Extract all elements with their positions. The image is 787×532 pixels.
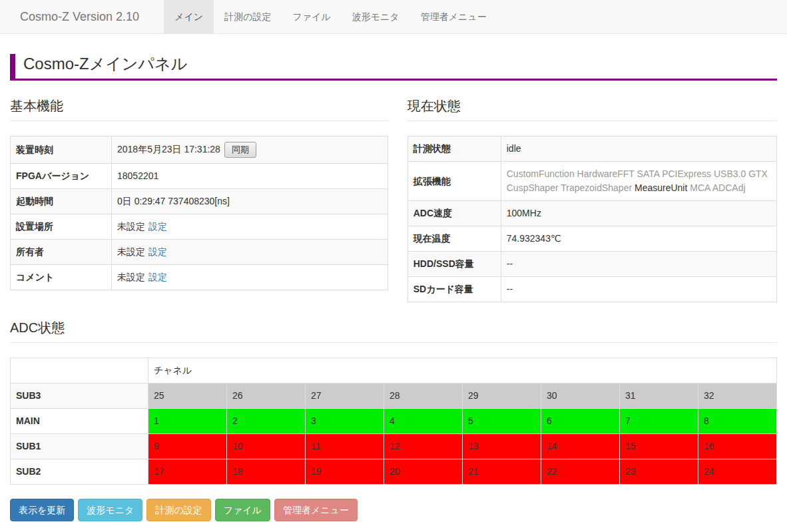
location-row: 設置場所未設定設定 xyxy=(11,214,388,240)
tab-main[interactable]: メイン xyxy=(164,0,214,33)
adc-channel-cell: 24 xyxy=(698,459,777,485)
feature-customfunction: CustomFunction xyxy=(507,168,575,179)
measurement-state-value: idle xyxy=(501,136,776,162)
adc-channel-cell: 22 xyxy=(541,459,620,485)
adc-channel-cell: 3 xyxy=(306,409,384,434)
device-time-label: 装置時刻 xyxy=(11,136,112,164)
adc-channel-cell: 28 xyxy=(384,384,463,409)
uptime-label: 起動時間 xyxy=(11,189,112,214)
adc-speed-row: ADC速度100MHz xyxy=(407,201,776,226)
measurement-state-row: 計測状態idle xyxy=(407,136,776,162)
comment-text: 未設定 xyxy=(117,272,145,282)
measurement-state-label: 計測状態 xyxy=(407,136,501,162)
adc-channel-cell: 16 xyxy=(698,434,777,459)
comment-set-link[interactable]: 設定 xyxy=(148,272,167,282)
uptime-value: 0日 0:29:47 737408230[ns] xyxy=(112,189,388,214)
sd-card-capacity-row: SDカード容量-- xyxy=(407,277,776,302)
hdd-ssd-capacity-row: HDD/SSD容量-- xyxy=(407,252,776,277)
owner-set-link[interactable]: 設定 xyxy=(148,246,167,257)
feature-cuspshaper: CuspShaper xyxy=(507,182,559,193)
owner-label: 所有者 xyxy=(11,240,112,265)
basic-functions-table: 装置時刻2018年5月23日 17:31:28同期FPGAバージョン180522… xyxy=(10,136,388,290)
owner-text: 未設定 xyxy=(117,246,145,257)
nav-tabs: メイン計測の設定ファイル波形モニタ管理者メニュー xyxy=(164,0,497,33)
uptime-text: 0日 0:29:47 737408230[ns] xyxy=(117,196,230,206)
adc-row-main: MAIN12345678 xyxy=(11,409,777,434)
adc-channel-cell: 13 xyxy=(463,434,541,459)
adc-row-sub2: SUB21718192021222324 xyxy=(11,459,777,485)
adc-channel-cell: 26 xyxy=(227,384,306,409)
adc-channel-cell: 12 xyxy=(384,434,463,459)
adc-corner-cell xyxy=(11,358,148,384)
adc-row-label-main: MAIN xyxy=(11,409,148,434)
extended-features-label: 拡張機能 xyxy=(407,162,501,201)
hdd-ssd-capacity-text: -- xyxy=(507,258,513,269)
adc-row-label-sub3: SUB3 xyxy=(11,384,148,409)
hdd-ssd-capacity-label: HDD/SSD容量 xyxy=(407,252,501,277)
adc-row-label-sub2: SUB2 xyxy=(11,459,148,485)
feature-trapezoidshaper: TrapezoidShaper xyxy=(561,182,632,193)
device-time-value: 2018年5月23日 17:31:28同期 xyxy=(112,136,388,164)
adc-channel-cell: 27 xyxy=(306,384,384,409)
adc-channel-cell: 19 xyxy=(306,459,384,485)
extended-features-row: 拡張機能CustomFunction HardwareFFT SATA PCIE… xyxy=(407,162,776,201)
action-buttons: 表示を更新波形モニタ計測の設定ファイル管理者メニュー xyxy=(10,499,777,521)
tab-waveform-monitor[interactable]: 波形モニタ xyxy=(342,0,410,33)
adc-channel-cell: 8 xyxy=(698,409,777,434)
current-temperature-row: 現在温度74.932343℃ xyxy=(407,226,776,252)
main-content: Cosmo-Zメインパネル 基本機能 装置時刻2018年5月23日 17:31:… xyxy=(0,54,787,532)
adc-channel-cell: 15 xyxy=(620,434,698,459)
fpga-version-label: FPGAバージョン xyxy=(11,164,112,189)
device-time-sync-button[interactable]: 同期 xyxy=(224,142,256,158)
feature-gtx: GTX xyxy=(748,168,768,179)
adc-speed-value: 100MHz xyxy=(501,201,776,226)
adc-channel-cell: 23 xyxy=(620,459,698,485)
measurement-state-text: idle xyxy=(507,143,521,154)
tab-admin-menu[interactable]: 管理者メニュー xyxy=(410,0,497,33)
location-set-link[interactable]: 設定 xyxy=(148,221,167,232)
feature-mca: MCA xyxy=(690,182,710,193)
tab-file[interactable]: ファイル xyxy=(282,0,341,33)
adc-channel-cell: 10 xyxy=(227,434,306,459)
adc-channel-cell: 4 xyxy=(384,409,463,434)
section-basic-functions: 基本機能 装置時刻2018年5月23日 17:31:28同期FPGAバージョン1… xyxy=(10,81,388,290)
comment-value: 未設定設定 xyxy=(112,265,388,290)
file-button[interactable]: ファイル xyxy=(215,499,270,521)
adc-status-heading: ADC状態 xyxy=(10,320,777,343)
adc-channel-cell: 9 xyxy=(148,434,227,459)
location-value: 未設定設定 xyxy=(112,214,388,240)
refresh-display-button[interactable]: 表示を更新 xyxy=(10,499,74,521)
current-status-table: 計測状態idle拡張機能CustomFunction HardwareFFT S… xyxy=(407,136,777,302)
adc-channel-header: チャネル xyxy=(148,358,777,384)
hdd-ssd-capacity-value: -- xyxy=(501,252,776,277)
brand-title[interactable]: Cosmo-Z Version 2.10 xyxy=(10,0,149,33)
adc-channel-cell: 2 xyxy=(227,409,306,434)
fpga-version-value: 18052201 xyxy=(112,164,388,189)
feature-sata: SATA xyxy=(637,168,660,179)
owner-row: 所有者未設定設定 xyxy=(11,240,388,265)
device-time-row: 装置時刻2018年5月23日 17:31:28同期 xyxy=(11,136,388,164)
waveform-monitor-button[interactable]: 波形モニタ xyxy=(78,499,142,521)
adc-channel-cell: 6 xyxy=(541,409,620,434)
adc-channel-cell: 30 xyxy=(541,384,620,409)
fpga-version-text: 18052201 xyxy=(117,170,158,181)
adc-channel-cell: 21 xyxy=(463,459,541,485)
feature-measureunit: MeasureUnit xyxy=(635,182,687,193)
admin-menu-button[interactable]: 管理者メニュー xyxy=(274,499,358,521)
adc-header-row: チャネル xyxy=(11,358,777,384)
adc-channel-cell: 32 xyxy=(698,384,777,409)
current-temperature-text: 74.932343℃ xyxy=(507,233,561,244)
adc-channel-cell: 25 xyxy=(148,384,227,409)
adc-row-label-sub1: SUB1 xyxy=(11,434,148,459)
fpga-version-row: FPGAバージョン18052201 xyxy=(11,164,388,189)
owner-value: 未設定設定 xyxy=(112,240,388,265)
current-temperature-value: 74.932343℃ xyxy=(501,226,776,252)
uptime-row: 起動時間0日 0:29:47 737408230[ns] xyxy=(11,189,388,214)
adc-channel-cell: 5 xyxy=(463,409,541,434)
adc-speed-text: 100MHz xyxy=(507,208,541,218)
page-title: Cosmo-Zメインパネル xyxy=(10,54,777,81)
tab-measurement-settings[interactable]: 計測の設定 xyxy=(214,0,282,33)
measurement-settings-button[interactable]: 計測の設定 xyxy=(146,499,210,521)
comment-label: コメント xyxy=(11,265,112,290)
adc-channel-cell: 1 xyxy=(148,409,227,434)
